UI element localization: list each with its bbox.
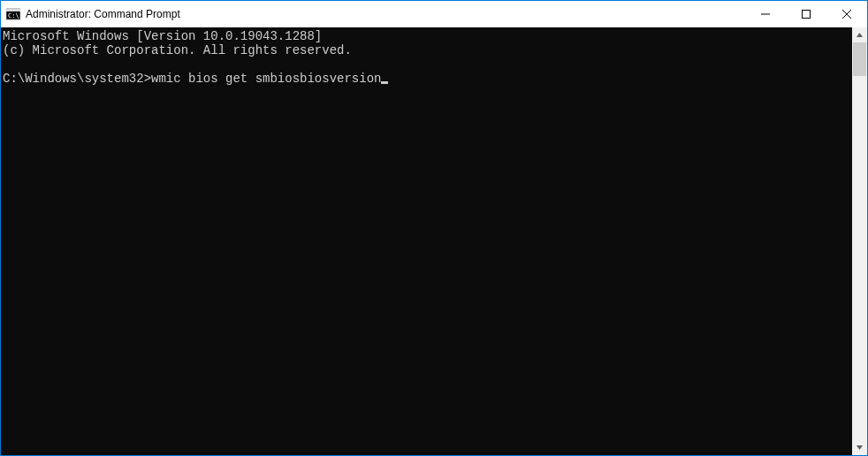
- maximize-button[interactable]: [786, 1, 826, 27]
- terminal-output[interactable]: Microsoft Windows [Version 10.0.19043.12…: [1, 27, 852, 455]
- scrollbar-thumb[interactable]: [853, 42, 866, 76]
- window-controls: [745, 1, 867, 27]
- scrollbar-track[interactable]: [852, 42, 867, 440]
- scroll-up-button[interactable]: [852, 27, 867, 42]
- minimize-button[interactable]: [745, 1, 786, 27]
- terminal-line: Microsoft Windows [Version 10.0.19043.12…: [3, 29, 322, 43]
- svg-text:C:\: C:\: [8, 12, 19, 19]
- terminal-prompt-line: C:\Windows\system32>wmic bios get smbios…: [3, 72, 388, 86]
- command-text: wmic bios get smbiosbiosversion: [151, 72, 381, 86]
- terminal-line: (c) Microsoft Corporation. All rights re…: [3, 43, 352, 57]
- svg-rect-1: [6, 9, 20, 11]
- client-area: Microsoft Windows [Version 10.0.19043.12…: [1, 27, 867, 455]
- text-cursor: [381, 81, 388, 84]
- svg-marker-7: [857, 33, 863, 37]
- svg-marker-8: [857, 445, 863, 450]
- svg-rect-4: [803, 11, 811, 19]
- command-prompt-window: C:\ Administrator: Command Prompt Micros…: [0, 0, 868, 456]
- scroll-down-button[interactable]: [852, 440, 867, 455]
- cmd-icon: C:\: [6, 7, 20, 21]
- close-button[interactable]: [826, 1, 867, 27]
- vertical-scrollbar[interactable]: [852, 27, 867, 455]
- window-title: Administrator: Command Prompt: [26, 8, 180, 20]
- prompt-text: C:\Windows\system32>: [3, 72, 151, 86]
- titlebar[interactable]: C:\ Administrator: Command Prompt: [1, 1, 867, 27]
